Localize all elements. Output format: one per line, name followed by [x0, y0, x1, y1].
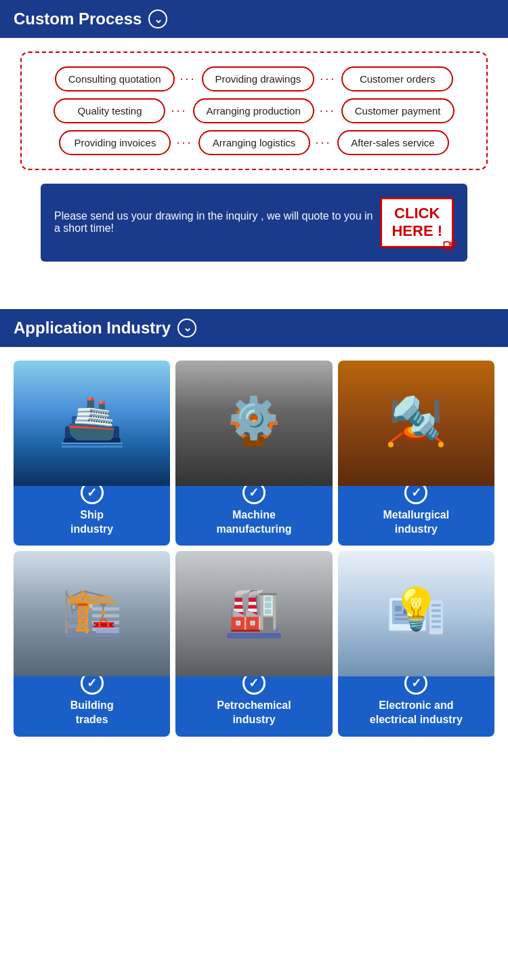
application-industry-header: Application Industry ⌄ — [0, 309, 508, 347]
process-item-drawings: Providing drawings — [202, 66, 315, 91]
process-dots-1a: ··· — [175, 72, 202, 86]
svg-rect-42 — [65, 633, 119, 637]
process-row-2: Quality testing ··· Arranging production… — [32, 98, 476, 123]
process-item-invoices: Providing invoices — [59, 130, 171, 155]
process-flow-area: Consulting quotation ··· Providing drawi… — [0, 38, 508, 289]
electronic-industry-label: Electronic andelectrical industry — [370, 699, 463, 727]
svg-rect-16 — [235, 408, 242, 415]
svg-rect-50 — [234, 624, 274, 628]
svg-line-25 — [389, 433, 402, 443]
svg-rect-40 — [92, 628, 119, 631]
process-row-1: Consulting quotation ··· Providing drawi… — [32, 66, 476, 91]
svg-rect-17 — [263, 431, 271, 438]
building-industry-bottom: ✓ Buildingtrades — [14, 676, 170, 737]
building-image — [14, 551, 170, 676]
process-row-3: Providing invoices ··· Arranging logisti… — [32, 130, 476, 155]
svg-rect-37 — [92, 607, 119, 611]
metallurgical-industry-bottom: ✓ Metallurgicalindustry — [338, 486, 494, 546]
svg-rect-35 — [68, 614, 89, 618]
process-item-payment: Customer payment — [341, 98, 454, 123]
process-item-arranging: Arranging production — [193, 98, 314, 123]
industry-card-machine: ✓ Machinemanufacturing — [175, 361, 332, 546]
ship-industry-label: Shipindustry — [70, 508, 113, 537]
custom-process-title: Custom Process — [14, 9, 142, 28]
svg-line-33 — [66, 594, 87, 621]
svg-rect-65 — [395, 614, 422, 616]
svg-rect-52 — [247, 614, 261, 621]
process-item-logistics: Arranging logistics — [198, 130, 310, 155]
svg-rect-38 — [92, 614, 119, 617]
custom-process-header: Custom Process ⌄ — [0, 0, 508, 38]
svg-rect-51 — [227, 633, 281, 638]
svg-rect-45 — [266, 604, 271, 631]
svg-rect-12 — [252, 403, 256, 411]
svg-point-27 — [388, 442, 394, 447]
chevron-down-icon: ⌄ — [148, 9, 167, 28]
svg-rect-64 — [395, 606, 402, 611]
svg-point-24 — [411, 426, 421, 432]
svg-rect-66 — [395, 618, 415, 620]
svg-rect-60 — [431, 615, 441, 617]
svg-rect-1 — [72, 416, 106, 428]
svg-rect-44 — [237, 600, 242, 631]
svg-rect-32 — [65, 590, 68, 634]
svg-rect-49 — [230, 628, 278, 632]
industry-card-electronic: ✓ Electronic andelectrical industry — [338, 551, 494, 737]
svg-rect-58 — [431, 604, 441, 607]
svg-rect-30 — [434, 399, 440, 423]
svg-rect-15 — [270, 421, 278, 425]
industry-card-building: ✓ Buildingtrades — [14, 551, 170, 737]
application-industry-title: Application Industry — [14, 319, 171, 338]
ship-image — [14, 361, 170, 486]
svg-rect-13 — [252, 435, 256, 443]
svg-line-26 — [429, 433, 443, 443]
click-line2: HERE ! — [391, 222, 442, 240]
svg-rect-0 — [65, 426, 119, 440]
process-item-consulting: Consulting quotation — [55, 66, 175, 91]
process-item-quality: Quality testing — [54, 98, 165, 123]
machine-industry-bottom: ✓ Machinemanufacturing — [175, 486, 332, 546]
svg-rect-55 — [389, 597, 426, 631]
svg-rect-59 — [431, 609, 441, 612]
svg-rect-43 — [251, 590, 257, 628]
svg-rect-5 — [83, 420, 89, 426]
svg-rect-67 — [399, 631, 412, 634]
ship-industry-bottom: ✓ Shipindustry — [14, 486, 170, 546]
cta-banner[interactable]: Please send us your drawing in the inqui… — [41, 184, 467, 262]
industry-card-metallurgical: ✓ Metallurgicalindustry — [338, 361, 494, 546]
click-here-button[interactable]: CLICK HERE ! ☞ — [380, 197, 454, 248]
process-item-aftersales: After-sales service — [337, 130, 449, 155]
svg-rect-29 — [392, 399, 398, 423]
svg-rect-2 — [82, 408, 99, 417]
process-dots-3a: ··· — [171, 136, 198, 150]
building-industry-label: Buildingtrades — [70, 699, 114, 727]
industry-card-ship: ✓ Shipindustry — [14, 361, 170, 546]
process-item-orders: Customer orders — [341, 66, 453, 91]
process-dots-1b: ··· — [314, 72, 341, 86]
chevron-down-icon-2: ⌄ — [177, 319, 196, 338]
machine-image — [175, 361, 332, 486]
spacer — [0, 289, 508, 309]
electronic-industry-bottom: ✓ Electronic andelectrical industry — [338, 676, 494, 737]
cta-text: Please send us your drawing in the inqui… — [54, 210, 373, 234]
metallurgical-industry-label: Metallurgicalindustry — [383, 508, 449, 537]
process-grid: Consulting quotation ··· Providing drawi… — [20, 52, 488, 170]
custom-process-section: Custom Process ⌄ Consulting quotation ··… — [0, 0, 508, 289]
svg-marker-20 — [409, 403, 423, 430]
process-dots-2b: ··· — [314, 104, 341, 118]
svg-rect-14 — [230, 421, 238, 425]
svg-point-23 — [408, 426, 424, 434]
petro-industry-label: Petrochemicalindustry — [217, 699, 291, 727]
svg-rect-19 — [244, 436, 264, 447]
svg-line-54 — [257, 621, 268, 624]
svg-rect-6 — [91, 420, 97, 426]
svg-point-11 — [246, 415, 262, 431]
industry-grid: ✓ Shipindustry — [0, 347, 508, 750]
petro-image — [175, 551, 332, 676]
svg-rect-7 — [101, 409, 105, 428]
svg-point-22 — [404, 426, 428, 438]
svg-line-53 — [240, 621, 251, 624]
metal-image — [338, 361, 494, 486]
svg-rect-3 — [64, 438, 121, 443]
svg-line-34 — [66, 594, 87, 621]
